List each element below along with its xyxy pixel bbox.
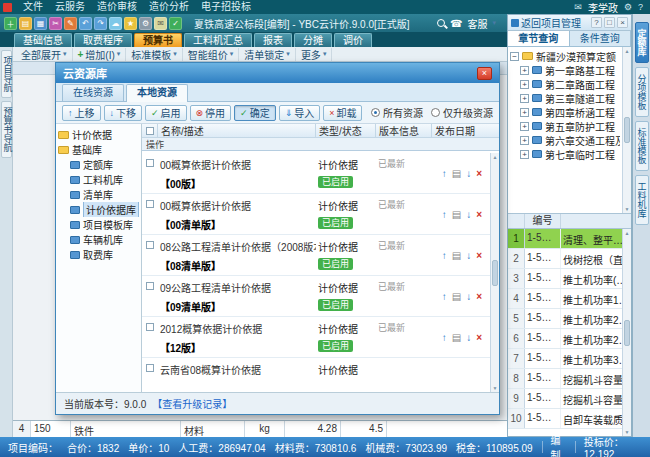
row-checkbox[interactable] — [146, 200, 154, 208]
menu-item-cost-audit[interactable]: 造价审核 — [91, 0, 143, 14]
tree-item[interactable]: +第六章交通工程及沿线 — [510, 133, 620, 147]
move-up-icon[interactable]: ↑ — [442, 209, 447, 220]
enable-button[interactable]: ✓启用 — [145, 105, 187, 121]
side-tab-standard-template[interactable]: 标准模板 — [635, 121, 649, 171]
move-down-icon[interactable]: ↓ — [466, 168, 471, 179]
favorite-icon[interactable]: ★ — [124, 17, 137, 30]
quota-row[interactable]: 101-5…自卸车装载质… — [508, 409, 622, 429]
tab-allocation[interactable]: 分摊 — [294, 33, 332, 47]
scrollbar[interactable]: ▲ ▼ — [490, 153, 499, 392]
check-icon[interactable]: ✓ — [169, 17, 182, 30]
menu-item-file[interactable]: 文件 — [17, 0, 49, 14]
standard-template-button[interactable]: 标准模板▾ — [126, 48, 183, 61]
disable-button[interactable]: ⊗停用 — [190, 105, 232, 121]
menu-item-cost-analysis[interactable]: 造价分析 — [143, 0, 195, 14]
tab-online-resources[interactable]: 在线资源 — [62, 84, 124, 101]
dialog-tree-item[interactable]: 定额库 — [58, 157, 139, 172]
open-icon[interactable]: ▤ — [19, 17, 32, 30]
scroll-up-icon[interactable]: ▲ — [493, 154, 498, 160]
move-up-icon[interactable]: ↑ — [442, 332, 447, 343]
expand-icon[interactable]: + — [520, 66, 529, 75]
dialog-tree-item[interactable]: 车辆机库 — [58, 232, 139, 247]
mode-indicator[interactable]: 编制 — [550, 432, 567, 457]
expand-icon[interactable]: + — [520, 150, 529, 159]
panel-title[interactable]: 返回项目管理 — [521, 15, 589, 30]
quota-row[interactable]: 31-5…推土机功率(… — [508, 269, 622, 289]
panel-help-icon[interactable]: ? — [591, 17, 602, 28]
move-up-icon[interactable]: ↑ — [442, 291, 447, 302]
move-up-icon[interactable]: ↑ — [442, 250, 447, 261]
tree-item[interactable]: +第四章桥涵工程 — [510, 105, 620, 119]
quota-row[interactable]: 91-5…挖掘机斗容量 — [508, 389, 622, 409]
row-checkbox[interactable] — [146, 159, 154, 167]
move-down-icon[interactable]: ↓ — [466, 209, 471, 220]
new-icon[interactable]: ＋ — [4, 17, 17, 30]
resource-row[interactable]: 2012概算依据计价依据【12版】 计价依据已启用 已最新 ↑▤↓× — [142, 317, 490, 358]
resource-row[interactable]: 09公路工程清单计价依据【09清单版】 计价依据已启用 已最新 ↑▤↓× — [142, 276, 490, 317]
gear-icon[interactable]: ⚙ — [139, 17, 152, 30]
sidebar-tab-budget-nav[interactable]: 预算书导航 — [1, 101, 12, 158]
row-checkbox[interactable] — [146, 364, 154, 372]
tab-local-resources[interactable]: 本地资源 — [126, 84, 188, 102]
tab-condition-query[interactable]: 条件查询 — [570, 31, 632, 46]
more-button[interactable]: 更多▾ — [296, 48, 333, 61]
quota-row[interactable]: 81-5…挖掘机斗容量… — [508, 369, 622, 389]
expand-icon[interactable]: + — [520, 108, 529, 117]
move-down-button[interactable]: ↓下移 — [104, 105, 143, 121]
expand-icon[interactable]: + — [520, 136, 529, 145]
doc-icon[interactable]: ▤ — [452, 250, 461, 261]
tree-item[interactable]: +第二章路面工程 — [510, 77, 620, 91]
scroll-down-icon[interactable]: ▼ — [493, 385, 498, 391]
select-all-checkbox[interactable] — [146, 127, 154, 135]
smart-pricing-button[interactable]: 智能组价▾ — [183, 48, 240, 61]
tree-item[interactable]: +第一章路基工程 — [510, 63, 620, 77]
save-icon[interactable]: ▦ — [34, 17, 47, 30]
menu-item-cloud-service[interactable]: 云服务 — [49, 0, 91, 14]
import-button[interactable]: ⇓导入 — [279, 105, 321, 121]
user-name[interactable]: 李学政 — [588, 0, 618, 15]
doc-icon[interactable]: ▤ — [452, 332, 461, 343]
expand-icon[interactable]: + — [520, 80, 529, 89]
row-checkbox[interactable] — [146, 323, 154, 331]
resource-row[interactable]: 08公路工程清单计价依据（2008版本）【08清单版】 计价依据已启用 已最新 … — [142, 235, 490, 276]
dialog-tree-item[interactable]: 工料机库 — [58, 172, 139, 187]
dialog-tree-item[interactable]: 计价依据库 — [58, 202, 139, 217]
menu-item-e-bidding[interactable]: 电子招投标 — [195, 0, 257, 14]
doc-icon[interactable]: ▤ — [452, 209, 461, 220]
delete-icon[interactable]: × — [476, 168, 482, 179]
move-up-button[interactable]: ↑上移 — [62, 105, 101, 121]
dialog-tree-item[interactable]: 项目模板库 — [58, 217, 139, 232]
collapse-icon[interactable]: − — [510, 52, 519, 61]
tab-report[interactable]: 报表 — [254, 33, 292, 47]
chevron-down-icon[interactable]: ▾ — [492, 19, 496, 27]
scroll-thumb[interactable] — [624, 117, 630, 143]
radio-all-resources[interactable]: 所有资源 — [371, 105, 423, 120]
search-icon[interactable] — [437, 19, 445, 27]
radio-upgrade-only[interactable]: 仅升级资源 — [431, 105, 493, 120]
scroll-up-icon[interactable]: ▲ — [625, 230, 630, 236]
confirm-button[interactable]: ✓确定 — [234, 105, 276, 121]
close-icon[interactable]: × — [477, 67, 492, 80]
expand-all-button[interactable]: 全部展开▾ — [16, 48, 73, 61]
tab-price-adjust[interactable]: 调价 — [334, 33, 372, 47]
side-tab-material-library[interactable]: 工料机库 — [635, 175, 649, 225]
doc-icon[interactable]: ▤ — [452, 291, 461, 302]
tab-budget-book[interactable]: 预算书 — [134, 33, 182, 47]
table-row[interactable]: 4 150 铁件 材料 kg 4.28 4.5 — [13, 420, 507, 437]
help-icon[interactable]: ? — [638, 2, 643, 12]
edit-icon[interactable]: ✎ — [64, 17, 77, 30]
delete-icon[interactable]: × — [476, 291, 482, 302]
doc-icon[interactable]: ▤ — [452, 168, 461, 179]
panel-close-icon[interactable]: × — [617, 17, 628, 28]
scroll-thumb[interactable] — [624, 320, 630, 346]
quota-row[interactable]: 71-5…推土机功率3… — [508, 349, 622, 369]
dialog-tree-item[interactable]: 清单库 — [58, 187, 139, 202]
move-down-icon[interactable]: ↓ — [466, 332, 471, 343]
row-checkbox[interactable] — [146, 282, 154, 290]
tree-item[interactable]: +第五章防护工程 — [510, 119, 620, 133]
uninstall-button[interactable]: ×卸载 — [323, 105, 362, 121]
expand-icon[interactable]: + — [520, 122, 529, 131]
tree-item[interactable]: +第三章隧道工程 — [510, 91, 620, 105]
cloud-icon[interactable]: ☁ — [109, 17, 122, 30]
resource-row[interactable]: 云南省08概算计价依据 计价依据 — [142, 358, 490, 392]
